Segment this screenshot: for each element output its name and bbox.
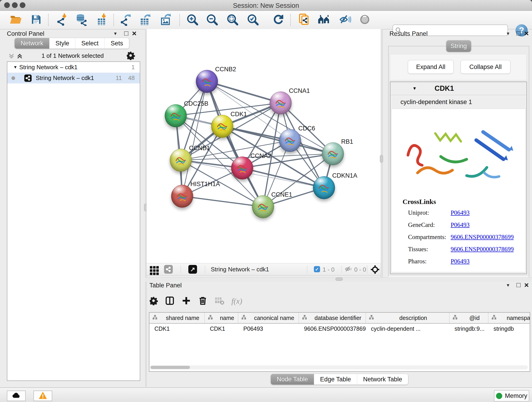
table-panel-close-icon[interactable]: × [524, 282, 529, 288]
gene-section-header[interactable]: ▼ CDK1 [390, 82, 526, 95]
import-database-button[interactable] [75, 13, 88, 27]
add-column-icon[interactable] [181, 296, 191, 306]
zoom-fit-button[interactable] [226, 13, 239, 27]
tab-node-table[interactable]: Node Table [271, 374, 314, 385]
edge-CCNB2-HIST1H1A[interactable] [182, 81, 207, 196]
crosslink-link[interactable]: 9606.ENSP00000378699 [451, 246, 514, 253]
save-session-button[interactable] [30, 13, 43, 27]
column-header-description[interactable]: description [366, 313, 450, 323]
node-CCNE1[interactable] [252, 195, 274, 218]
results-panel-float-icon[interactable]: □ [516, 29, 520, 37]
crosslinks-title: CrossLinks [403, 198, 436, 206]
crosslink-link[interactable]: P06493 [451, 258, 470, 265]
memory-button[interactable]: Memory [494, 390, 529, 402]
toolbar-separator [179, 14, 180, 26]
node-RB1[interactable] [322, 142, 344, 165]
node-CCNA1[interactable] [270, 91, 292, 114]
node-CCNA2[interactable] [231, 157, 253, 179]
crosslink-link[interactable]: 9606.ENSP00000378699 [451, 234, 514, 241]
grid-view-icon[interactable] [150, 266, 159, 275]
gear-icon[interactable] [126, 51, 135, 61]
zoom-in-button[interactable] [186, 13, 199, 27]
string-protein-query-button[interactable] [298, 13, 311, 27]
show-all-button[interactable] [358, 13, 371, 27]
open-session-button[interactable] [9, 13, 22, 27]
tab-network[interactable]: Network [15, 38, 50, 49]
network-collection-row[interactable]: ▼ String Network – cdk1 1 [7, 62, 140, 73]
hidden-eye-icon[interactable] [345, 266, 352, 274]
node-CCNB1[interactable] [170, 149, 192, 172]
divider-handle[interactable] [336, 278, 343, 281]
results-panel-close-icon[interactable]: × [524, 30, 529, 36]
database-icon [75, 13, 88, 27]
control-panel-close-icon[interactable]: × [132, 30, 137, 36]
export-image-icon [160, 13, 172, 27]
node-CCNB2[interactable] [196, 70, 218, 93]
trash-icon[interactable] [198, 296, 208, 306]
edge-HIST1H1A-CCNE1[interactable] [182, 196, 263, 207]
scrollbar-thumb[interactable] [151, 366, 190, 369]
export-image-button[interactable] [159, 13, 173, 27]
column-header-database-identifier[interactable]: database identifier [299, 313, 366, 323]
node-HIST1H1A[interactable] [171, 185, 193, 208]
network-canvas[interactable]: CCNB2CCNA1CDC25BCDK1CDC6RB1CCNB1CCNA2CDK… [147, 29, 381, 263]
crosslink-link[interactable]: P06493 [451, 221, 470, 229]
tab-network-table[interactable]: Network Table [357, 374, 408, 385]
column-header-id[interactable]: @id [450, 313, 488, 323]
network-row-selected[interactable]: String Network – cdk1 11 48 [7, 73, 140, 83]
table-row[interactable]: CDK1CDK1P064939606.ENSP00000378699cyclin… [149, 324, 530, 334]
control-panel-menu-icon[interactable]: ▼ [113, 31, 118, 36]
network-list: ▼ String Network – cdk1 1 String Network… [7, 61, 140, 381]
edge-CCNB2-CCNA1[interactable] [207, 81, 281, 103]
tab-select[interactable]: Select [75, 38, 105, 49]
selected-checkbox-icon[interactable]: ✓ [314, 266, 320, 272]
tab-edge-table[interactable]: Edge Table [314, 374, 357, 385]
table-panel-float-icon[interactable]: □ [516, 281, 520, 289]
import-network-button[interactable] [56, 13, 69, 27]
node-label-CDKN1A: CDKN1A [332, 172, 357, 179]
column-header-canonical-name[interactable]: canonical name [238, 313, 299, 323]
arrow-up-right-icon: ↗ [190, 266, 195, 273]
node-CDKN1A[interactable] [313, 176, 335, 199]
hidden-count: 0 - 0 [354, 266, 366, 273]
delete-table-icon[interactable] [215, 296, 225, 306]
open-view-window-button[interactable]: ↗ [188, 265, 197, 274]
refresh-view-button[interactable] [272, 13, 285, 27]
tab-string[interactable]: String [446, 40, 471, 52]
results-panel-menu-icon[interactable]: ▼ [506, 31, 510, 36]
expand-all-button[interactable]: Expand All [408, 60, 454, 74]
collapse-triangle-icon[interactable]: ▼ [412, 86, 417, 91]
panel-divider[interactable] [381, 29, 383, 277]
control-panel-float-icon[interactable]: □ [124, 29, 128, 37]
table-panel-menu-icon[interactable]: ▼ [506, 283, 510, 288]
hide-unhide-button[interactable] [338, 13, 352, 27]
zoom-selected-button[interactable] [246, 13, 259, 27]
node-CDC6[interactable] [279, 129, 301, 152]
share-view-icon[interactable] [164, 265, 173, 274]
export-table-button[interactable] [139, 13, 152, 27]
home-networks-button[interactable] [317, 13, 331, 27]
collapse-triangle-icon[interactable]: ▼ [13, 65, 19, 70]
column-header-shared-name[interactable]: shared name [149, 313, 205, 323]
crosslink-link[interactable]: P06493 [451, 209, 470, 216]
columns-icon[interactable] [165, 296, 175, 306]
node-CDC25B[interactable] [165, 104, 187, 127]
tab-style[interactable]: Style [50, 38, 75, 49]
import-table-button[interactable] [96, 13, 109, 27]
horizontal-scrollbar[interactable] [150, 365, 528, 370]
node-CDK1[interactable] [211, 115, 233, 138]
column-type-icon [452, 314, 458, 321]
cloud-button[interactable] [7, 390, 26, 401]
export-network-button[interactable] [119, 13, 133, 27]
crosshair-icon[interactable] [370, 265, 380, 275]
node-label-CCNE1: CCNE1 [271, 191, 292, 198]
warnings-button[interactable] [33, 390, 52, 401]
divider-handle[interactable] [380, 155, 383, 163]
column-header-namespace[interactable]: namespace [488, 313, 530, 323]
function-builder-button[interactable]: f(x) [231, 297, 242, 306]
tab-sets[interactable]: Sets [105, 38, 129, 49]
gear-icon[interactable] [149, 296, 158, 306]
zoom-out-button[interactable] [205, 13, 219, 27]
collapse-all-button[interactable]: Collapse All [461, 60, 510, 74]
column-header-name[interactable]: name [205, 313, 238, 323]
